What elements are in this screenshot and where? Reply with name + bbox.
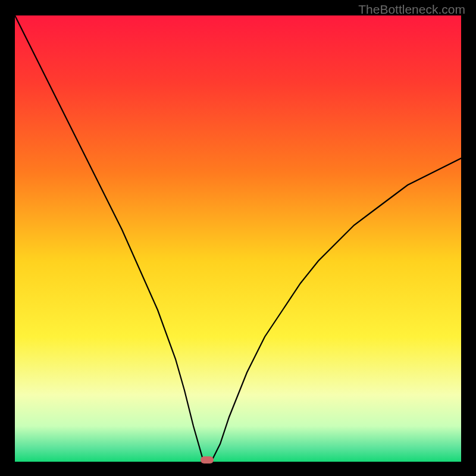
chart-svg — [15, 15, 461, 462]
watermark-text: TheBottleneck.com — [358, 2, 465, 17]
minimum-marker — [201, 456, 214, 464]
chart-plot-area — [15, 15, 461, 462]
